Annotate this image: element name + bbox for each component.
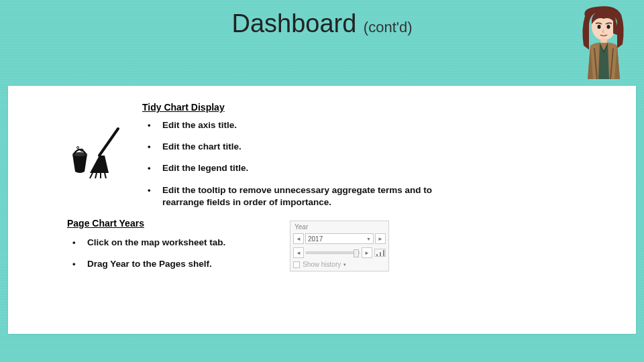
page-next-button[interactable]: ► <box>375 233 386 244</box>
svg-point-1 <box>598 25 601 29</box>
show-history-label: Show history <box>303 261 341 268</box>
list-item: Edit the axis title. <box>145 119 440 131</box>
avatar <box>577 4 631 79</box>
page-prev-button[interactable]: ◄ <box>293 233 304 244</box>
list-item: Edit the chart title. <box>145 141 440 153</box>
content-card: Tidy Chart Display Edit the axis title. … <box>8 86 636 334</box>
list-item: Edit the tooltip to remove unnecessary a… <box>145 184 440 208</box>
broom-icon <box>70 126 123 180</box>
page-slider[interactable] <box>306 251 360 254</box>
list-item: Drag Year to the Pages shelf. <box>70 258 258 270</box>
svg-line-5 <box>99 129 118 156</box>
pages-field-label: Year <box>290 221 388 232</box>
title-main: Dashboard <box>231 9 356 38</box>
section-heading: Tidy Chart Display <box>142 102 616 113</box>
section-page-years: Page Chart Years Click on the map worksh… <box>67 218 616 270</box>
svg-line-9 <box>105 173 106 178</box>
svg-point-2 <box>607 25 610 29</box>
list-item: Edit the legend title. <box>145 162 440 174</box>
chevron-down-icon: ▾ <box>343 262 346 267</box>
pages-shelf-panel: Year ◄ 2017 ▼ ► ◄ ► Show history <box>290 221 389 272</box>
bullet-list: Edit the axis title. Edit the chart titl… <box>145 119 616 208</box>
chevron-down-icon: ▼ <box>366 237 371 241</box>
svg-point-11 <box>77 147 79 149</box>
list-item: Click on the map worksheet tab. <box>70 237 258 249</box>
page-value-dropdown[interactable]: 2017 ▼ <box>305 233 374 244</box>
page-current-value: 2017 <box>308 235 323 243</box>
svg-line-6 <box>90 173 93 178</box>
page-step-back-button[interactable]: ◄ <box>293 247 304 258</box>
svg-line-7 <box>95 173 97 178</box>
title-sub: (cont'd) <box>364 19 413 36</box>
slide-title: Dashboard (cont'd) <box>0 9 644 38</box>
page-speed-control[interactable] <box>374 249 386 257</box>
show-history-checkbox[interactable] <box>293 261 300 268</box>
section-tidy: Tidy Chart Display Edit the axis title. … <box>142 102 616 208</box>
page-step-fwd-button[interactable]: ► <box>362 247 372 258</box>
